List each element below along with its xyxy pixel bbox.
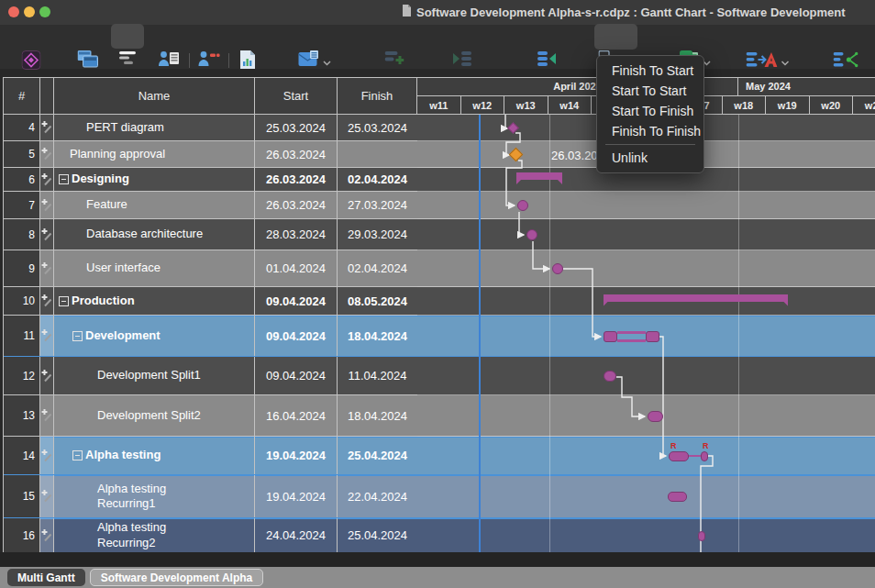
task-start-date[interactable]: 09.04.2024 <box>255 316 338 356</box>
task-name-cell[interactable]: Development <box>54 316 255 356</box>
task-finish-date[interactable]: 18.04.2024 <box>338 395 417 436</box>
menu-item-start-to-finish[interactable]: Start To Finish <box>597 101 703 121</box>
indent-tasks-button[interactable] <box>452 50 472 71</box>
close-window-button[interactable] <box>8 6 19 17</box>
task-bar[interactable] <box>698 531 705 541</box>
task-start-date[interactable]: 26.03.2024 <box>255 141 338 167</box>
task-finish-date[interactable]: 08.05.2024 <box>338 287 417 315</box>
task-bar[interactable] <box>526 229 537 240</box>
task-name-cell[interactable]: PERT diagram <box>54 115 255 140</box>
task-name-cell[interactable]: Development Split2 <box>54 395 255 436</box>
task-row-11[interactable]: 11Development09.04.202418.04.2024 <box>4 316 417 357</box>
task-bar[interactable] <box>668 492 687 502</box>
task-row-14[interactable]: 14Alpha testing19.04.202425.04.2024 <box>4 437 417 475</box>
task-row-8[interactable]: 8Database architecture28.03.202429.03.20… <box>4 219 417 250</box>
open-in-mindmap-button[interactable] <box>834 50 858 72</box>
task-finish-date[interactable]: 25.04.2024 <box>338 518 417 552</box>
chart-row-background <box>417 395 875 437</box>
solutions-button[interactable] <box>22 50 41 73</box>
task-finish-date[interactable]: 29.03.2024 <box>338 219 417 250</box>
menu-item-finish-to-finish[interactable]: Finish To Finish <box>597 121 703 141</box>
task-row-5[interactable]: 5Planning approval26.03.2024 <box>4 141 417 168</box>
task-finish-date[interactable]: 11.04.2024 <box>338 357 417 394</box>
split-bar-segment[interactable] <box>646 331 659 342</box>
task-row-7[interactable]: 7Feature26.03.202427.03.2024 <box>4 192 417 219</box>
micro-reports-button[interactable] <box>298 50 331 72</box>
split-bar-segment[interactable] <box>604 331 617 342</box>
view-gantt-button-selected[interactable] <box>118 50 137 69</box>
summary-bar[interactable] <box>604 294 788 302</box>
task-finish-date[interactable]: 18.04.2024 <box>338 316 417 356</box>
zoom-window-button[interactable] <box>39 6 50 17</box>
task-name-cell[interactable]: User interface <box>54 250 255 286</box>
summary-bar[interactable] <box>516 172 562 180</box>
week-header-cell: w14 <box>548 96 593 115</box>
task-finish-date[interactable]: 22.04.2024 <box>338 475 417 517</box>
task-name-cell[interactable]: Alpha testing Recurring1 <box>54 475 255 517</box>
task-name-cell[interactable]: Production <box>54 287 255 315</box>
task-row-16[interactable]: 16Alpha testing Recurring224.04.202425.0… <box>4 518 417 553</box>
view-resource-usage-button[interactable] <box>198 50 220 71</box>
menu-item-finish-to-start[interactable]: Finish To Start <box>597 61 703 81</box>
view-report-document-button[interactable] <box>239 50 256 73</box>
tab-multi-gantt[interactable]: Multi Gantt <box>7 569 85 586</box>
task-row-6[interactable]: 6Designing26.03.202402.04.2024 <box>4 168 417 192</box>
task-finish-date[interactable]: 02.04.2024 <box>338 250 417 286</box>
task-start-date[interactable]: 16.04.2024 <box>255 395 338 436</box>
task-name-cell[interactable]: Planning approval <box>54 141 255 167</box>
task-row-10[interactable]: 10Production09.04.202408.05.2024 <box>4 287 417 316</box>
task-start-date[interactable]: 28.03.2024 <box>255 219 338 250</box>
task-bar[interactable] <box>604 371 616 382</box>
task-row-9[interactable]: 9User interface01.04.202402.04.2024 <box>4 250 417 287</box>
task-start-date[interactable]: 01.04.2024 <box>255 250 338 286</box>
add-item-button[interactable] <box>385 50 404 72</box>
collapse-toggle-icon[interactable] <box>59 174 69 184</box>
task-start-date[interactable]: 09.04.2024 <box>255 357 338 394</box>
menu-item-start-to-start[interactable]: Start To Start <box>597 81 703 101</box>
task-name-cell[interactable]: Feature <box>54 192 255 218</box>
task-finish-date[interactable]: 25.03.2024 <box>338 115 417 140</box>
task-bar[interactable] <box>648 411 663 422</box>
collapse-toggle-icon[interactable] <box>72 331 83 341</box>
task-name-cell[interactable]: Alpha testing <box>54 437 255 474</box>
outdent-tasks-button[interactable] <box>537 50 557 71</box>
task-bar[interactable] <box>517 200 528 211</box>
task-row-13[interactable]: 13Development Split216.04.202418.04.2024 <box>4 395 417 437</box>
task-name-cell[interactable]: Designing <box>54 168 255 191</box>
minimize-window-button[interactable] <box>24 6 35 17</box>
task-row-12[interactable]: 12Development Split109.04.202411.04.2024 <box>4 357 417 395</box>
task-finish-date[interactable]: 02.04.2024 <box>338 168 417 191</box>
header-name-column[interactable]: Name <box>54 78 255 115</box>
task-row-4[interactable]: 4PERT diagram25.03.202425.03.2024 <box>4 115 417 141</box>
task-start-date[interactable]: 19.04.2024 <box>255 437 338 474</box>
task-start-date[interactable]: 24.04.2024 <box>255 518 338 552</box>
task-finish-date[interactable] <box>338 141 417 167</box>
view-resource-list-button[interactable] <box>159 50 180 71</box>
diagram-export-button[interactable] <box>747 50 790 72</box>
recurring-task-bar[interactable] <box>669 451 689 461</box>
tab-software-development-alpha[interactable]: Software Development Alpha <box>90 569 264 586</box>
task-name-cell[interactable]: Development Split1 <box>54 357 255 394</box>
menu-item-unlink[interactable]: Unlink <box>597 148 703 168</box>
task-start-date[interactable]: 19.04.2024 <box>255 475 338 517</box>
task-name-cell[interactable]: Database architecture <box>54 219 255 250</box>
header-number-column[interactable]: # <box>4 78 40 115</box>
task-row-15[interactable]: 15Alpha testing Recurring119.04.202422.0… <box>4 475 417 518</box>
task-start-date[interactable]: 26.03.2024 <box>255 168 338 191</box>
task-start-date[interactable]: 26.03.2024 <box>255 192 338 218</box>
task-finish-date[interactable]: 27.03.2024 <box>338 192 417 218</box>
header-icon-column[interactable] <box>40 78 54 115</box>
project-tab-bar: Multi Gantt Software Development Alpha <box>0 567 875 588</box>
collapse-toggle-icon[interactable] <box>59 296 69 306</box>
recurring-task-bar[interactable] <box>701 451 708 461</box>
task-start-date[interactable]: 09.04.2024 <box>255 287 338 315</box>
task-name-cell[interactable]: Alpha testing Recurring2 <box>54 518 255 552</box>
header-start-column[interactable]: Start <box>255 78 338 115</box>
task-name-text: Alpha testing <box>85 448 161 462</box>
task-start-date[interactable]: 25.03.2024 <box>255 115 338 140</box>
header-finish-column[interactable]: Finish <box>338 78 417 115</box>
collapse-toggle-icon[interactable] <box>72 450 83 460</box>
view-cascade-button[interactable] <box>78 50 99 72</box>
task-finish-date[interactable]: 25.04.2024 <box>338 437 417 474</box>
task-bar[interactable] <box>552 263 563 274</box>
